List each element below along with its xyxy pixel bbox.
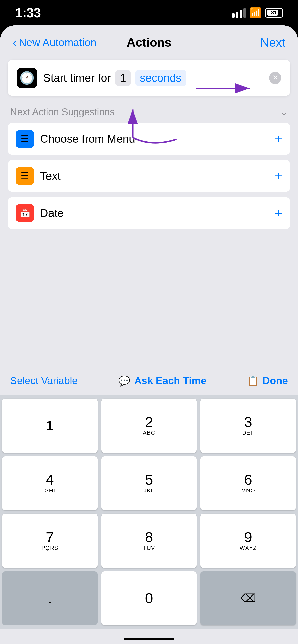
suggestions-section: Next Action Suggestions ⌄ ☰ Choose from … [8,101,290,229]
nav-bar: ‹ New Automation Actions Next [0,25,298,55]
timer-action-card: 🕐 Start timer for 1 seconds ✕ [8,60,290,96]
key-6[interactable]: 6 MNO [200,456,296,510]
text-icon: ☰ [16,167,34,185]
done-button[interactable]: Done [262,375,288,387]
key-2[interactable]: 2 ABC [101,399,197,453]
add-date-button[interactable]: + [275,206,282,220]
ask-each-time-label: Ask Each Time [134,375,206,387]
suggestion-label-menu: Choose from Menu [40,133,269,145]
date-icon: 📅 [16,204,34,222]
keyboard-row-2: 4 GHI 5 JKL 6 MNO [2,456,296,510]
key-8[interactable]: 8 TUV [101,514,197,568]
chat-icon: 💬 [118,375,130,387]
back-button[interactable]: ‹ New Automation [13,37,96,49]
key-9[interactable]: 9 WXYZ [200,514,296,568]
keyboard-toolbar: Select Variable 💬 Ask Each Time 📋 Done [0,369,298,393]
wifi-icon: 📶 [250,7,261,18]
keyboard-row-4: . 0 ⌫ [2,571,296,625]
suggestion-text: ☰ Text + [8,160,290,192]
main-container: ‹ New Automation Actions Next 🕐 Start ti… [0,25,298,644]
key-delete[interactable]: ⌫ [200,571,296,625]
keyboard: 1 2 ABC 3 DEF 4 GHI 5 JKL [0,395,298,629]
page-title: Actions [127,36,171,50]
suggestion-label-text: Text [40,170,269,182]
home-indicator [124,638,174,640]
delete-icon: ⌫ [240,592,256,605]
add-menu-button[interactable]: + [275,132,282,146]
keyboard-row-1: 1 2 ABC 3 DEF [2,399,296,453]
key-1[interactable]: 1 [2,399,98,453]
add-text-button[interactable]: + [275,169,282,183]
key-dot[interactable]: . [2,571,98,625]
chevron-left-icon: ‹ [13,36,17,49]
suggestion-date: 📅 Date + [8,197,290,229]
next-button[interactable]: Next [260,36,285,50]
action-content: Start timer for 1 seconds [43,70,263,86]
key-5[interactable]: 5 JKL [101,456,197,510]
ask-each-time-button[interactable]: 💬 Ask Each Time [118,375,206,387]
clear-button[interactable]: ✕ [269,72,281,84]
action-label: Start timer for [43,72,111,84]
close-icon: ✕ [272,74,278,82]
suggestions-header[interactable]: Next Action Suggestions ⌄ [8,101,290,123]
clock-icon: 🕐 [17,68,37,88]
status-bar: 1:33 📶 81 [0,0,298,25]
menu-icon: ☰ [16,130,34,148]
suggestion-label-date: Date [40,207,269,219]
status-time: 1:33 [15,5,41,20]
suggestions-title: Next Action Suggestions [10,107,115,118]
keyboard-row-3: 7 PQRS 8 TUV 9 WXYZ [2,514,296,568]
key-3[interactable]: 3 DEF [200,399,296,453]
status-icons: 📶 81 [232,7,283,18]
key-0[interactable]: 0 [101,571,197,625]
suggestion-choose-from-menu: ☰ Choose from Menu + [8,123,290,155]
key-4[interactable]: 4 GHI [2,456,98,510]
timer-value[interactable]: 1 [115,70,131,86]
key-7[interactable]: 7 PQRS [2,514,98,568]
select-variable-button[interactable]: Select Variable [10,375,78,387]
chevron-down-icon: ⌄ [280,106,288,118]
done-group: 📋 Done [247,375,288,387]
signal-icon [232,8,246,18]
timer-unit[interactable]: seconds [135,70,186,86]
clipboard-icon: 📋 [247,375,259,387]
back-label: New Automation [19,37,96,49]
battery-icon: 81 [265,8,283,18]
